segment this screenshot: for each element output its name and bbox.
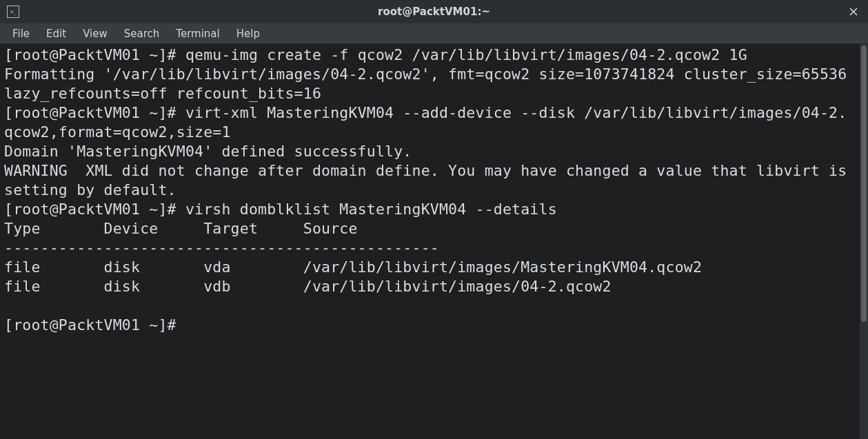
menu-search[interactable]: Search — [116, 25, 168, 43]
terminal-area: [root@PacktVM01 ~]# qemu-img create -f q… — [0, 44, 868, 439]
terminal-icon — [7, 6, 19, 18]
output-line: Domain 'MasteringKVM04' defined successf… — [4, 143, 412, 160]
table-separator: ----------------------------------------… — [4, 239, 439, 256]
menu-help[interactable]: Help — [228, 25, 268, 43]
scrollbar-thumb[interactable] — [861, 45, 867, 322]
window-title: root@PacktVM01:~ — [0, 6, 868, 18]
terminal-output[interactable]: [root@PacktVM01 ~]# qemu-img create -f q… — [0, 44, 860, 439]
close-icon — [849, 8, 858, 16]
menu-file[interactable]: File — [4, 25, 38, 43]
prompt: [root@PacktVM01 ~]# — [4, 201, 185, 218]
prompt: [root@PacktVM01 ~]# — [4, 316, 185, 334]
menu-terminal[interactable]: Terminal — [168, 25, 228, 43]
menubar: File Edit View Search Terminal Help — [0, 23, 868, 44]
titlebar[interactable]: root@PacktVM01:~ — [0, 0, 868, 23]
table-header: Type Device Target Source — [4, 220, 358, 237]
table-row: file disk vdb /var/lib/libvirt/images/04… — [4, 278, 612, 295]
command: qemu-img create -f qcow2 /var/lib/libvir… — [185, 46, 747, 63]
prompt: [root@PacktVM01 ~]# — [4, 104, 185, 121]
menu-view[interactable]: View — [74, 25, 116, 43]
table-row: file disk vda /var/lib/libvirt/images/Ma… — [4, 258, 702, 276]
output-line: Formatting '/var/lib/libvirt/images/04-2… — [4, 65, 856, 102]
scrollbar[interactable] — [860, 44, 868, 439]
close-button[interactable] — [846, 4, 861, 19]
output-line: WARNING XML did not change after domain … — [4, 162, 856, 198]
menu-edit[interactable]: Edit — [38, 25, 74, 43]
command: virsh domblklist MasteringKVM04 --detail… — [185, 201, 557, 218]
prompt: [root@PacktVM01 ~]# — [4, 46, 185, 63]
